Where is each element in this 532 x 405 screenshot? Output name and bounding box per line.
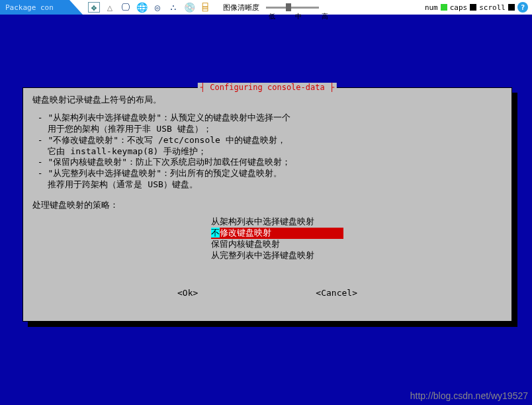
dialog-body: 键盘映射记录键盘上符号的布局。 - "从架构列表中选择键盘映射"：从预定义的键盘… [32,95,502,298]
globe-icon[interactable]: 🌐 [136,2,148,13]
num-indicator [441,4,447,11]
toolbar-icon-group: ✥ △ 🖵 🌐 ◎ ⛬ 💿 ⌸ [83,2,216,13]
num-label: num [425,3,438,12]
window-title: Package con [0,0,69,15]
policy-label: 处理键盘映射的策略： [32,200,502,211]
title-text: Package con [5,3,54,12]
help-icon[interactable]: ? [517,2,528,13]
bullet-3-l2: 推荐用于跨架构（通常是 USB）键盘。 [32,179,502,191]
slider-labels: 低 中 高 [269,12,328,21]
bullet-0-l1: - "从架构列表中选择键盘映射"：从预定义的键盘映射中选择一个 [32,112,502,124]
network-icon[interactable]: ⛬ [167,2,179,13]
slider-low: 低 [269,12,275,21]
option-list: 从架构列表中选择键盘映射 不修改键盘映射 保留内核键盘映射 从完整列表中选择键盘… [211,216,502,261]
yellow-icon[interactable]: ⌸ [199,2,211,13]
slider-high: 高 [322,12,328,21]
option-arch-list[interactable]: 从架构列表中选择键盘映射 [211,216,343,228]
option-no-modify[interactable]: 不修改键盘映射 [211,228,343,239]
watermark: http://blog.csdn.net/wy19527 [410,390,528,401]
tv-icon[interactable]: 🖵 [120,2,132,13]
cancel-button[interactable]: <Cancel> [316,288,357,299]
dialog-buttons: <Ok> <Cancel> [32,288,502,299]
scroll-indicator [508,4,515,11]
config-dialog: ┤ Configuring console-data ├ 键盘映射记录键盘上符号… [22,87,512,322]
scroll-label: scroll [479,3,506,12]
toolbar-curve [69,0,83,15]
compass-icon[interactable]: △ [104,2,116,13]
cd-icon[interactable]: 💿 [183,2,195,13]
caps-label: caps [450,3,468,12]
dialog-intro: 键盘映射记录键盘上符号的布局。 [32,95,502,106]
caps-indicator [470,4,476,11]
clarity-slider[interactable] [266,7,319,9]
bullet-1-l1: - "不修改键盘映射"：不改写 /etc/console 中的键盘映射， [32,135,502,146]
bullet-1-l2: 它由 install-keymap(8) 手动维护； [32,146,502,158]
option-full-list[interactable]: 从完整列表中选择键盘映射 [211,250,343,261]
slider-mid: 中 [295,12,302,21]
bullet-3-l1: - "从完整列表中选择键盘映射"：列出所有的预定义键盘映射。 [32,168,502,179]
bullet-0-l2: 用于您的架构（推荐用于非 USB 键盘）； [32,124,502,135]
slider-thumb[interactable] [286,3,291,11]
disc-icon[interactable]: ◎ [152,2,163,13]
bullet-2-l1: - "保留内核键盘映射"：防止下次系统启动时加载任何键盘映射； [32,157,502,168]
ok-button[interactable]: <Ok> [177,288,198,299]
top-toolbar: Package con ✥ △ 🖵 🌐 ◎ ⛬ 💿 ⌸ 图像清晰度 低 中 高 … [0,0,532,15]
terminal-background: ┤ Configuring console-data ├ 键盘映射记录键盘上符号… [0,15,532,405]
dialog-title: ┤ Configuring console-data ├ [198,83,337,92]
status-indicators: num caps scroll ? [425,2,532,13]
option-keep-kernel[interactable]: 保留内核键盘映射 [211,239,343,250]
move-icon[interactable]: ✥ [88,2,100,13]
clarity-control: 图像清晰度 低 中 高 [223,3,328,13]
clarity-label: 图像清晰度 [223,3,259,13]
